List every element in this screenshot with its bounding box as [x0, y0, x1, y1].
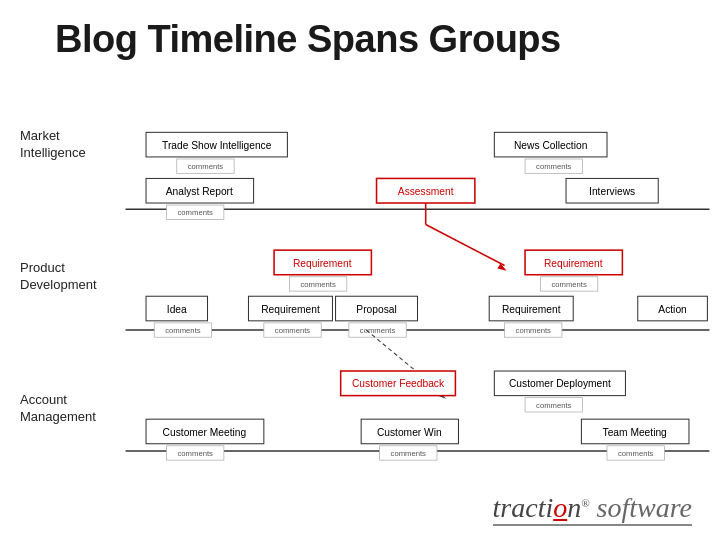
svg-text:comments: comments [391, 449, 427, 458]
svg-text:Customer Deployment: Customer Deployment [509, 378, 611, 389]
svg-text:comments: comments [536, 401, 572, 410]
svg-text:Assessment: Assessment [398, 186, 454, 197]
svg-text:comments: comments [188, 162, 224, 171]
svg-text:Customer Win: Customer Win [377, 427, 442, 438]
svg-line-20 [426, 225, 505, 266]
svg-text:Customer Feedback: Customer Feedback [352, 378, 445, 389]
svg-text:Idea: Idea [167, 304, 187, 315]
svg-text:Analyst Report: Analyst Report [166, 186, 233, 197]
svg-text:comments: comments [536, 162, 572, 171]
svg-text:comments: comments [516, 326, 552, 335]
svg-text:Requirement: Requirement [544, 258, 603, 269]
logo-prefix: tracti [493, 492, 554, 523]
group-label-account: AccountManagement [20, 392, 96, 426]
svg-text:Action: Action [658, 304, 687, 315]
svg-text:Interviews: Interviews [589, 186, 635, 197]
svg-text:comments: comments [275, 326, 311, 335]
svg-text:comments: comments [165, 326, 201, 335]
logo-suffix: n [567, 492, 581, 523]
svg-text:Requirement: Requirement [261, 304, 320, 315]
svg-text:Team Meeting: Team Meeting [603, 427, 668, 438]
logo-software: software [597, 492, 692, 523]
svg-text:comments: comments [551, 280, 587, 289]
logo-highlight-o: o [553, 492, 567, 523]
group-label-market: MarketIntelligence [20, 128, 86, 162]
svg-text:comments: comments [360, 326, 396, 335]
svg-text:News Collection: News Collection [514, 140, 588, 151]
svg-text:comments: comments [300, 280, 336, 289]
page-title: Blog Timeline Spans Groups [0, 0, 720, 71]
svg-text:Trade Show Intelligence: Trade Show Intelligence [162, 140, 272, 151]
svg-text:Customer Meeting: Customer Meeting [163, 427, 247, 438]
svg-text:Requirement: Requirement [502, 304, 561, 315]
svg-text:Proposal: Proposal [356, 304, 396, 315]
group-label-product: ProductDevelopment [20, 260, 97, 294]
svg-text:comments: comments [618, 449, 654, 458]
svg-text:comments: comments [178, 208, 214, 217]
svg-text:comments: comments [178, 449, 214, 458]
svg-text:Requirement: Requirement [293, 258, 352, 269]
